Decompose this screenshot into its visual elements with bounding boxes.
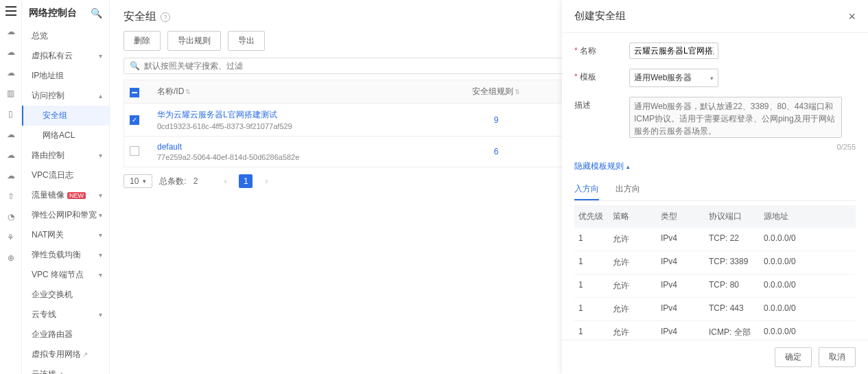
rule-row: 1允许IPv4TCP: 800.0.0.0/0	[574, 274, 856, 298]
sidebar-title: 网络控制台	[29, 7, 77, 19]
sort-icon[interactable]: ⇅	[185, 89, 191, 95]
template-select[interactable]: 通用Web服务器 ▾	[629, 69, 718, 87]
chevron-down-icon: ▾	[143, 178, 146, 185]
rules-count[interactable]: 6	[432, 147, 560, 156]
page-size-select[interactable]: 10 ▾	[124, 174, 152, 188]
sidebar-item[interactable]: NAT网关▾	[22, 225, 109, 245]
cloud-icon-3[interactable]: ☁	[5, 67, 16, 78]
headset-icon[interactable]: ◔	[5, 211, 16, 222]
chevron-down-icon: ▾	[710, 75, 714, 82]
page-title: 安全组	[124, 10, 156, 24]
cancel-button[interactable]: 取消	[819, 347, 856, 367]
sidebar-item[interactable]: 路由控制▾	[22, 145, 109, 165]
sidebar-sub-item[interactable]: 网络ACL	[22, 126, 109, 145]
building-icon[interactable]: ▥	[5, 88, 16, 99]
sidebar-item[interactable]: 虚拟私有云▾	[22, 46, 109, 66]
doc-icon[interactable]: ▯	[5, 108, 16, 119]
share-icon[interactable]: ⚘	[5, 232, 16, 243]
desc-textarea[interactable]	[629, 97, 842, 138]
drawer-title: 创建安全组	[574, 10, 626, 23]
drawer-body: 名称 模板 通用Web服务器 ▾ 描述 0/255	[562, 33, 868, 340]
ok-button[interactable]: 确定	[775, 347, 812, 367]
help-icon[interactable]: ?	[161, 12, 170, 22]
cloud-icon-5[interactable]: ☁	[5, 150, 16, 161]
sidebar-item[interactable]: 弹性公网IP和带宽▾	[22, 205, 109, 225]
cloud-icon-4[interactable]: ☁	[5, 129, 16, 140]
sidebar-item[interactable]: VPC流日志	[22, 165, 109, 185]
sidebar-item[interactable]: IP地址组	[22, 66, 109, 86]
col-priority: 优先级	[578, 211, 613, 222]
sg-id: 0cd19323-618c-4ff5-8373-9f21077af529	[157, 122, 427, 130]
tab-outbound[interactable]: 出方向	[615, 179, 640, 200]
globe-icon[interactable]: ⊕	[5, 253, 16, 264]
col-name: 名称/ID⇅	[152, 86, 432, 97]
hamburger-icon[interactable]	[5, 5, 16, 16]
sidebar-item[interactable]: 总览	[22, 26, 109, 46]
total-count: 2	[193, 176, 198, 186]
rules-header: 优先级 策略 类型 协议端口 源地址	[574, 205, 856, 228]
cloud-icon-6[interactable]: ☁	[5, 170, 16, 181]
search-icon[interactable]: 🔍	[91, 8, 102, 19]
sidebar-list: 总览虚拟私有云▾IP地址组访问控制▴安全组网络ACL路由控制▾VPC流日志流量镜…	[22, 26, 109, 374]
rules-count[interactable]: 9	[432, 115, 560, 125]
row-checkbox[interactable]	[130, 146, 139, 156]
page-1[interactable]: 1	[239, 174, 253, 188]
export-rules-button[interactable]: 导出规则	[167, 31, 221, 51]
sidebar-sub-item[interactable]: 安全组	[22, 106, 109, 126]
search-icon: 🔍	[130, 61, 140, 71]
delete-button[interactable]: 删除	[124, 31, 161, 51]
export-button[interactable]: 导出	[228, 31, 265, 51]
rule-row: 1允许IPv4TCP: 33890.0.0.0/0	[574, 251, 856, 274]
sort-icon[interactable]: ⇅	[515, 89, 520, 95]
next-page[interactable]: ›	[259, 174, 273, 188]
template-label: 模板	[574, 69, 629, 83]
sidebar: 网络控制台 🔍 总览虚拟私有云▾IP地址组访问控制▴安全组网络ACL路由控制▾V…	[22, 0, 110, 374]
sidebar-item[interactable]: 云专线▾	[22, 305, 109, 325]
direction-tabs: 入方向 出方向	[574, 179, 856, 201]
tab-inbound[interactable]: 入方向	[574, 179, 599, 200]
row-checkbox[interactable]: ✓	[130, 115, 139, 125]
desc-label: 描述	[574, 97, 629, 111]
name-label: 名称	[574, 43, 629, 57]
sidebar-item[interactable]: 弹性负载均衡▾	[22, 245, 109, 265]
sg-id: 77e259a2-5064-40ef-814d-50d6286a582e	[157, 153, 427, 161]
sidebar-item[interactable]: 企业交换机	[22, 285, 109, 305]
drawer-header: 创建安全组 ×	[562, 0, 868, 33]
col-rules: 安全组规则⇅	[432, 86, 560, 97]
char-count: 0/255	[629, 143, 856, 151]
col-policy: 策略	[613, 211, 661, 222]
sidebar-item[interactable]: 流量镜像NEW▾	[22, 185, 109, 205]
rule-row: 1允许IPv4TCP: 220.0.0.0/0	[574, 228, 856, 251]
sidebar-item[interactable]: 云连接↗	[22, 364, 109, 374]
icon-rail: ☁ ☁ ☁ ▥ ▯ ☁ ☁ ☁ ⇧ ◔ ⚘ ⊕	[0, 0, 22, 374]
sidebar-item[interactable]: 访问控制▴	[22, 86, 109, 106]
rule-row: 1允许IPv4TCP: 4430.0.0.0/0	[574, 298, 856, 321]
sidebar-item[interactable]: VPC 终端节点▾	[22, 265, 109, 285]
template-rules-toggle[interactable]: 隐藏模板规则 ▴	[574, 161, 856, 172]
chevron-up-icon: ▴	[626, 163, 630, 170]
sg-name-link[interactable]: default	[157, 142, 427, 152]
upload-icon[interactable]: ⇧	[5, 191, 16, 202]
close-icon[interactable]: ×	[848, 10, 856, 23]
total-label: 总条数:	[159, 176, 186, 187]
prev-page[interactable]: ‹	[218, 174, 232, 188]
cloud-icon-2[interactable]: ☁	[5, 47, 16, 58]
sidebar-item[interactable]: 虚拟专用网络↗	[22, 344, 109, 364]
sidebar-header: 网络控制台 🔍	[22, 0, 109, 26]
create-sg-drawer: 创建安全组 × 名称 模板 通用Web服务器 ▾ 描述	[562, 0, 868, 374]
drawer-footer: 确定 取消	[562, 340, 868, 374]
col-proto: 协议端口	[709, 211, 764, 222]
cloud-icon[interactable]: ☁	[5, 26, 16, 37]
select-all-checkbox[interactable]	[130, 88, 139, 97]
name-input[interactable]	[629, 43, 718, 59]
sg-name-link[interactable]: 华为云耀云服务器L官网搭建测试	[157, 109, 427, 121]
rule-row: 1允许IPv4ICMP: 全部0.0.0.0/0	[574, 321, 856, 340]
col-src: 源地址	[764, 211, 852, 222]
sidebar-item[interactable]: 企业路由器	[22, 325, 109, 344]
col-type: 类型	[661, 211, 709, 222]
